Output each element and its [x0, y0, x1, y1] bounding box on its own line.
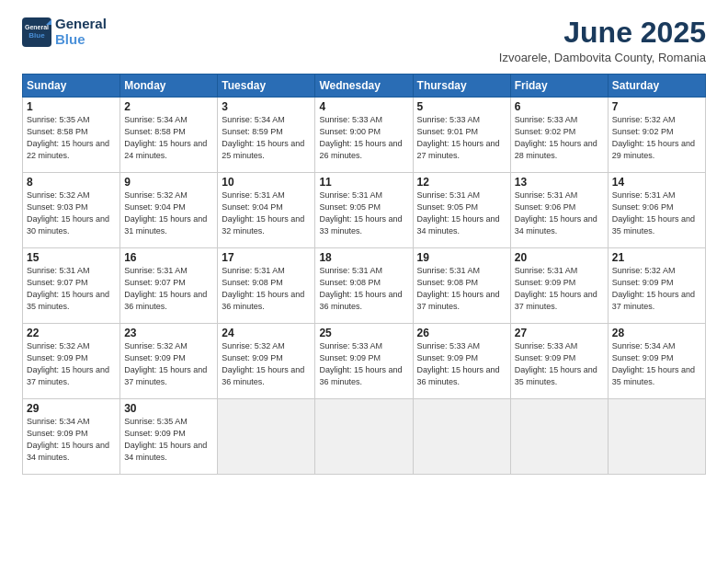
day-number: 19	[417, 251, 506, 264]
day-info: Sunrise: 5:31 AMSunset: 9:08 PMDaylight:…	[222, 266, 304, 311]
calendar-cell: 23 Sunrise: 5:32 AMSunset: 9:09 PMDaylig…	[120, 324, 218, 399]
col-sunday: Sunday	[23, 75, 120, 98]
day-info: Sunrise: 5:32 AMSunset: 9:02 PMDaylight:…	[612, 115, 695, 160]
day-info: Sunrise: 5:31 AMSunset: 9:08 PMDaylight:…	[417, 266, 500, 311]
col-wednesday: Wednesday	[315, 75, 413, 98]
logo-text-blue: Blue	[55, 32, 107, 48]
calendar-cell: 11 Sunrise: 5:31 AMSunset: 9:05 PMDaylig…	[315, 173, 413, 248]
col-tuesday: Tuesday	[218, 75, 315, 98]
day-number: 14	[612, 176, 701, 189]
day-info: Sunrise: 5:33 AMSunset: 9:02 PMDaylight:…	[515, 115, 597, 160]
svg-text:Blue: Blue	[28, 31, 45, 40]
calendar-cell: 10 Sunrise: 5:31 AMSunset: 9:04 PMDaylig…	[218, 173, 315, 248]
day-info: Sunrise: 5:33 AMSunset: 9:09 PMDaylight:…	[515, 341, 597, 386]
calendar-cell	[608, 399, 705, 475]
calendar-row: 29 Sunrise: 5:34 AMSunset: 9:09 PMDaylig…	[23, 399, 706, 475]
day-number: 3	[222, 100, 311, 113]
day-info: Sunrise: 5:34 AMSunset: 8:59 PMDaylight:…	[222, 115, 304, 160]
day-info: Sunrise: 5:32 AMSunset: 9:09 PMDaylight:…	[124, 341, 207, 386]
day-number: 21	[612, 251, 701, 264]
calendar-cell: 8 Sunrise: 5:32 AMSunset: 9:03 PMDayligh…	[23, 173, 120, 248]
day-info: Sunrise: 5:31 AMSunset: 9:07 PMDaylight:…	[27, 266, 109, 311]
day-number: 15	[27, 251, 116, 264]
day-info: Sunrise: 5:33 AMSunset: 9:09 PMDaylight:…	[319, 341, 402, 386]
calendar-cell: 17 Sunrise: 5:31 AMSunset: 9:08 PMDaylig…	[218, 248, 315, 324]
calendar-cell: 14 Sunrise: 5:31 AMSunset: 9:06 PMDaylig…	[608, 173, 705, 248]
day-number: 29	[27, 402, 116, 415]
day-number: 27	[515, 327, 604, 339]
title-block: June 2025 Izvoarele, Dambovita County, R…	[499, 17, 706, 64]
calendar-cell: 27 Sunrise: 5:33 AMSunset: 9:09 PMDaylig…	[510, 324, 608, 399]
day-number: 11	[319, 176, 408, 189]
calendar-cell: 20 Sunrise: 5:31 AMSunset: 9:09 PMDaylig…	[510, 248, 608, 324]
day-number: 30	[124, 402, 213, 415]
calendar-cell: 28 Sunrise: 5:34 AMSunset: 9:09 PMDaylig…	[608, 324, 705, 399]
day-info: Sunrise: 5:31 AMSunset: 9:05 PMDaylight:…	[417, 190, 500, 236]
calendar-cell: 30 Sunrise: 5:35 AMSunset: 9:09 PMDaylig…	[120, 399, 218, 475]
day-number: 5	[417, 100, 506, 113]
calendar-cell: 2 Sunrise: 5:34 AMSunset: 8:58 PMDayligh…	[120, 98, 218, 173]
day-number: 26	[417, 327, 506, 339]
col-monday: Monday	[120, 75, 218, 98]
day-number: 12	[417, 176, 506, 189]
calendar-header-row: Sunday Monday Tuesday Wednesday Thursday…	[23, 75, 706, 98]
calendar-cell	[510, 399, 608, 475]
col-friday: Friday	[510, 75, 608, 98]
day-info: Sunrise: 5:32 AMSunset: 9:09 PMDaylight:…	[222, 341, 304, 386]
day-number: 9	[124, 176, 213, 189]
logo-icon: General Blue	[22, 17, 51, 47]
day-number: 4	[319, 100, 408, 113]
day-number: 22	[27, 327, 116, 339]
calendar-cell	[413, 399, 510, 475]
day-info: Sunrise: 5:31 AMSunset: 9:04 PMDaylight:…	[222, 190, 304, 236]
day-info: Sunrise: 5:31 AMSunset: 9:07 PMDaylight:…	[124, 266, 207, 311]
month-title: June 2025	[499, 17, 706, 49]
day-number: 13	[515, 176, 604, 189]
calendar-cell: 4 Sunrise: 5:33 AMSunset: 9:00 PMDayligh…	[315, 98, 413, 173]
calendar-cell: 19 Sunrise: 5:31 AMSunset: 9:08 PMDaylig…	[413, 248, 510, 324]
day-info: Sunrise: 5:33 AMSunset: 9:00 PMDaylight:…	[319, 115, 402, 160]
calendar-cell: 21 Sunrise: 5:32 AMSunset: 9:09 PMDaylig…	[608, 248, 705, 324]
day-number: 6	[515, 100, 604, 113]
calendar-row: 15 Sunrise: 5:31 AMSunset: 9:07 PMDaylig…	[23, 248, 706, 324]
day-info: Sunrise: 5:32 AMSunset: 9:09 PMDaylight:…	[27, 341, 109, 386]
day-number: 23	[124, 327, 213, 339]
calendar-cell: 18 Sunrise: 5:31 AMSunset: 9:08 PMDaylig…	[315, 248, 413, 324]
location-title: Izvoarele, Dambovita County, Romania	[499, 51, 706, 64]
svg-text:General: General	[25, 24, 49, 30]
calendar-cell: 24 Sunrise: 5:32 AMSunset: 9:09 PMDaylig…	[218, 324, 315, 399]
calendar-cell: 29 Sunrise: 5:34 AMSunset: 9:09 PMDaylig…	[23, 399, 120, 475]
day-info: Sunrise: 5:35 AMSunset: 9:09 PMDaylight:…	[124, 417, 207, 462]
day-info: Sunrise: 5:32 AMSunset: 9:03 PMDaylight:…	[27, 190, 109, 236]
calendar-cell: 7 Sunrise: 5:32 AMSunset: 9:02 PMDayligh…	[608, 98, 705, 173]
day-number: 1	[27, 100, 116, 113]
calendar-cell	[315, 399, 413, 475]
page: General Blue General Blue June 2025 Izvo…	[0, 0, 728, 563]
calendar-cell: 25 Sunrise: 5:33 AMSunset: 9:09 PMDaylig…	[315, 324, 413, 399]
day-info: Sunrise: 5:35 AMSunset: 8:58 PMDaylight:…	[27, 115, 109, 160]
day-info: Sunrise: 5:31 AMSunset: 9:08 PMDaylight:…	[319, 266, 402, 311]
logo-text-general: General	[55, 17, 107, 32]
calendar-cell	[218, 399, 315, 475]
header: General Blue General Blue June 2025 Izvo…	[22, 17, 706, 64]
day-number: 7	[612, 100, 701, 113]
calendar-cell: 26 Sunrise: 5:33 AMSunset: 9:09 PMDaylig…	[413, 324, 510, 399]
day-info: Sunrise: 5:31 AMSunset: 9:09 PMDaylight:…	[515, 266, 597, 311]
day-info: Sunrise: 5:33 AMSunset: 9:09 PMDaylight:…	[417, 341, 500, 386]
col-thursday: Thursday	[413, 75, 510, 98]
day-number: 10	[222, 176, 311, 189]
calendar-cell: 16 Sunrise: 5:31 AMSunset: 9:07 PMDaylig…	[120, 248, 218, 324]
day-number: 2	[124, 100, 213, 113]
day-number: 16	[124, 251, 213, 264]
calendar-cell: 6 Sunrise: 5:33 AMSunset: 9:02 PMDayligh…	[510, 98, 608, 173]
day-info: Sunrise: 5:34 AMSunset: 8:58 PMDaylight:…	[124, 115, 207, 160]
calendar-cell: 5 Sunrise: 5:33 AMSunset: 9:01 PMDayligh…	[413, 98, 510, 173]
calendar-table: Sunday Monday Tuesday Wednesday Thursday…	[22, 74, 706, 475]
calendar-cell: 15 Sunrise: 5:31 AMSunset: 9:07 PMDaylig…	[23, 248, 120, 324]
day-info: Sunrise: 5:32 AMSunset: 9:04 PMDaylight:…	[124, 190, 207, 236]
day-number: 20	[515, 251, 604, 264]
day-info: Sunrise: 5:31 AMSunset: 9:05 PMDaylight:…	[319, 190, 402, 236]
calendar-row: 22 Sunrise: 5:32 AMSunset: 9:09 PMDaylig…	[23, 324, 706, 399]
calendar-row: 8 Sunrise: 5:32 AMSunset: 9:03 PMDayligh…	[23, 173, 706, 248]
logo: General Blue General Blue	[22, 17, 107, 47]
